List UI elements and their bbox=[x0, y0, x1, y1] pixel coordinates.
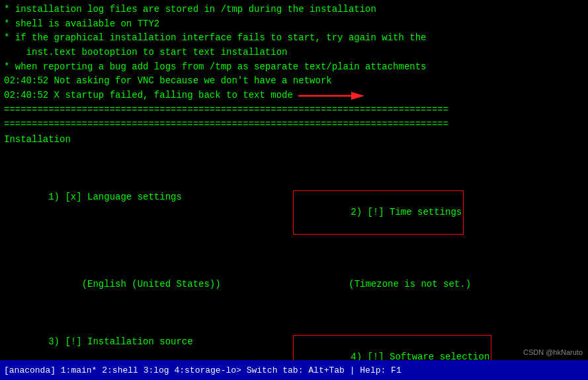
blank-line bbox=[4, 147, 584, 162]
watermark: CSDN @hkNaruto bbox=[523, 348, 583, 356]
menu-item-1[interactable]: 1) [x] Language settings bbox=[4, 192, 182, 217]
bottom-bar-text: [anaconda] 1:main* 2:shell 3:log 4:stora… bbox=[4, 365, 401, 375]
log-line-5: * when reporting a bug add logs from /tm… bbox=[4, 60, 584, 75]
menu-item-2[interactable]: 2) [!] Time settings bbox=[249, 221, 464, 247]
terminal: * installation log files are stored in /… bbox=[0, 0, 588, 360]
separator-1: ========================================… bbox=[4, 103, 584, 118]
log-line-2: * shell is available on TTY2 bbox=[4, 17, 584, 32]
menu-row-1: 1) [x] Language settings 2) [!] Time set… bbox=[4, 162, 584, 264]
install-title: Installation bbox=[4, 133, 584, 147]
log-line-6: 02:40:52 Not asking for VNC because we d… bbox=[4, 74, 584, 89]
menu-item-3[interactable]: 3) [!] Installation source bbox=[4, 336, 193, 360]
log-line-1: * installation log files are stored in /… bbox=[4, 3, 584, 17]
red-arrow-icon bbox=[298, 90, 364, 102]
menu-sub-row-1: (English (United States)) (Timezone is n… bbox=[4, 263, 584, 306]
log-line-7: 02:40:52 X startup failed, falling back … bbox=[4, 89, 584, 103]
menu-row-2: 3) [!] Installation source 4) [!] Softwa… bbox=[4, 306, 584, 360]
bottom-bar: [anaconda] 1:main* 2:shell 3:log 4:stora… bbox=[0, 360, 588, 380]
log-line-4: inst.text bootoption to start text insta… bbox=[4, 46, 584, 60]
log-line-3: * if the graphical installation interfac… bbox=[4, 31, 584, 46]
svg-marker-1 bbox=[351, 92, 364, 100]
separator-2: ========================================… bbox=[4, 118, 584, 132]
